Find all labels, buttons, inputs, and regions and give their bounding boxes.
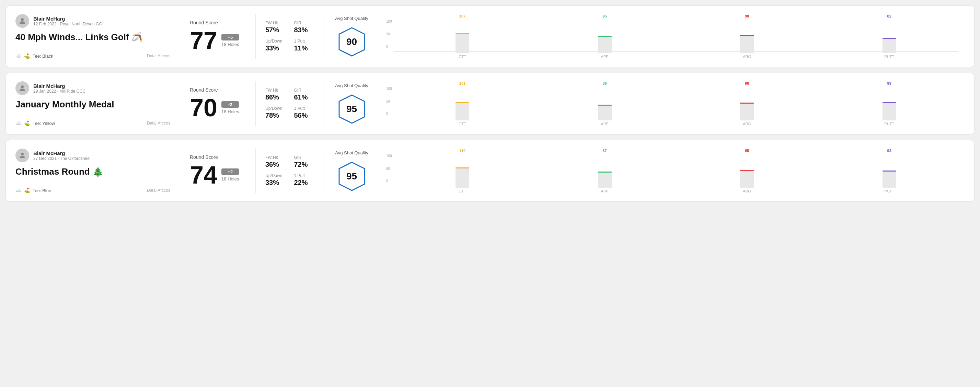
bar-bg-arg	[740, 170, 754, 188]
chart-bar-arg: 98 ARG	[679, 14, 816, 59]
data-source: Data: Arccos	[147, 54, 170, 58]
chart-bar-putt: 82 PUTT	[821, 14, 958, 59]
stats-grid: FW Hit 57% GIR 83% Up/Down 33% 1 Putt 11…	[265, 21, 314, 52]
card-chart-section: 100 50 0 101 OTT 86 APP	[379, 81, 964, 126]
gir-value: 83%	[294, 26, 315, 34]
tee-info: ☁️ ⛳ Tee: Blue	[16, 188, 51, 193]
bar-xlabel-ott: OTT	[458, 189, 466, 193]
bar-xlabel-putt: PUTT	[884, 54, 894, 59]
fw-hit-label: FW Hit	[265, 155, 286, 160]
fw-hit-stat: FW Hit 86%	[265, 88, 286, 101]
tee-label: Tee: Yellow	[33, 121, 55, 126]
gir-label: GIR	[294, 155, 315, 160]
score-label: Round Score	[190, 154, 246, 160]
hexagon-container: 90	[336, 26, 367, 57]
updown-value: 78%	[265, 111, 286, 119]
bar-bg-ott	[455, 167, 469, 188]
round-card-3: Blair McHarg 27 Dec 2021 · The Oxfordshi…	[5, 140, 975, 202]
bar-fill-putt	[883, 38, 896, 39]
chart-bar-app: 86 APP	[536, 81, 673, 126]
y-label-50: 50	[386, 32, 392, 36]
bar-bg-arg	[740, 103, 754, 121]
gir-value: 72%	[294, 160, 315, 168]
gir-label: GIR	[294, 21, 315, 25]
chart-bar-ott: 110 OTT	[394, 149, 531, 193]
score-main: 77 +5 18 Holes	[190, 28, 246, 53]
round-title: January Monthly Medal	[16, 99, 170, 110]
bar-value-ott: 107	[459, 14, 465, 18]
card-footer: ☁️ ⛳ Tee: Yellow Data: Arccos	[16, 121, 170, 126]
score-badge: -2	[221, 101, 239, 108]
bar-bg-app	[598, 105, 612, 121]
user-info: Blair McHarg 27 Dec 2021 · The Oxfordshi…	[16, 149, 170, 162]
bar-bg-arg	[740, 35, 754, 53]
bar-xlabel-app: APP	[601, 54, 609, 59]
chart-bar-arg: 96 ARG	[679, 81, 816, 126]
card-quality-section: Avg Shot Quality 95	[325, 149, 379, 193]
gir-label: GIR	[294, 88, 315, 93]
bar-fill-putt	[883, 102, 896, 103]
chart-bar-app: 95 APP	[536, 14, 673, 59]
weather-icon: ☁️	[16, 121, 21, 126]
card-score-section: Round Score 70 -2 18 Holes	[180, 81, 256, 126]
score-details: +5 18 Holes	[221, 34, 239, 47]
bar-fill-app	[598, 171, 612, 173]
score-holes: 18 Holes	[221, 176, 239, 181]
chart-bar-app: 87 APP	[536, 149, 673, 193]
bars-container: 110 OTT 87 APP 95 ARG	[394, 149, 958, 193]
card-chart-section: 100 50 0 107 OTT 95 APP	[379, 14, 964, 59]
gir-stat: GIR 61%	[294, 88, 315, 101]
bar-fill-ott	[455, 102, 469, 103]
card-footer: ☁️ ⛳ Tee: Blue Data: Arccos	[16, 188, 170, 193]
y-label-0: 0	[386, 44, 392, 48]
chart-bar-putt: 93 PUTT	[821, 149, 958, 193]
y-label-50: 50	[386, 167, 392, 171]
round-title: 40 Mph Winds... Links Golf 🪃	[16, 32, 170, 43]
card-score-section: Round Score 74 +2 18 Holes	[180, 149, 256, 193]
bar-bg-ott	[455, 33, 469, 53]
user-details: Blair McHarg 27 Dec 2021 · The Oxfordshi…	[33, 150, 89, 161]
quality-score: 95	[346, 171, 357, 182]
card-quality-section: Avg Shot Quality 90	[325, 14, 379, 59]
golf-icon: ⛳	[24, 121, 30, 126]
y-label-100: 100	[386, 19, 392, 23]
score-label: Round Score	[190, 87, 246, 93]
oneputt-label: 1 Putt	[294, 106, 315, 111]
user-name: Blair McHarg	[33, 83, 86, 89]
score-label: Round Score	[190, 20, 246, 25]
score-holes: 18 Holes	[221, 42, 239, 47]
updown-label: Up/Down	[265, 39, 286, 44]
updown-stat: Up/Down 78%	[265, 106, 286, 119]
chart-bar-ott: 101 OTT	[394, 81, 531, 126]
user-meta: 29 Jan 2022 · Mill Ride GCC	[33, 89, 86, 94]
chart-area: 100 50 0 107 OTT 95 APP	[386, 14, 958, 59]
y-label-0: 0	[386, 179, 392, 183]
svg-point-0	[21, 18, 24, 21]
data-source: Data: Arccos	[147, 121, 170, 125]
bar-xlabel-arg: ARG	[743, 189, 751, 193]
bar-bg-putt	[883, 38, 896, 53]
score-badge: +5	[221, 34, 239, 40]
golf-icon: ⛳	[24, 53, 30, 59]
fw-hit-value: 36%	[265, 160, 286, 168]
user-info: Blair McHarg 12 Feb 2022 · Royal North D…	[16, 14, 170, 28]
bar-fill-arg	[740, 35, 754, 36]
bar-value-arg: 98	[745, 14, 749, 18]
bar-value-app: 86	[602, 81, 606, 86]
tee-info: ☁️ ⛳ Tee: Black	[16, 53, 53, 59]
score-main: 74 +2 18 Holes	[190, 163, 246, 187]
bar-bg-putt	[883, 102, 896, 121]
bar-fill-putt	[883, 171, 896, 171]
card-chart-section: 100 50 0 110 OTT 87 APP	[379, 149, 964, 193]
bar-xlabel-arg: ARG	[743, 54, 751, 59]
oneputt-stat: 1 Putt 22%	[294, 173, 315, 187]
stats-grid: FW Hit 86% GIR 61% Up/Down 78% 1 Putt 56…	[265, 88, 314, 119]
y-axis: 100 50 0	[386, 81, 392, 116]
round-card-1: Blair McHarg 12 Feb 2022 · Royal North D…	[5, 5, 975, 67]
card-score-section: Round Score 77 +5 18 Holes	[180, 14, 256, 59]
tee-label: Tee: Black	[33, 54, 53, 59]
card-left-section: Blair McHarg 29 Jan 2022 · Mill Ride GCC…	[16, 81, 180, 126]
y-label-100: 100	[386, 154, 392, 158]
bar-value-putt: 93	[887, 149, 891, 153]
card-left-section: Blair McHarg 27 Dec 2021 · The Oxfordshi…	[16, 149, 180, 193]
